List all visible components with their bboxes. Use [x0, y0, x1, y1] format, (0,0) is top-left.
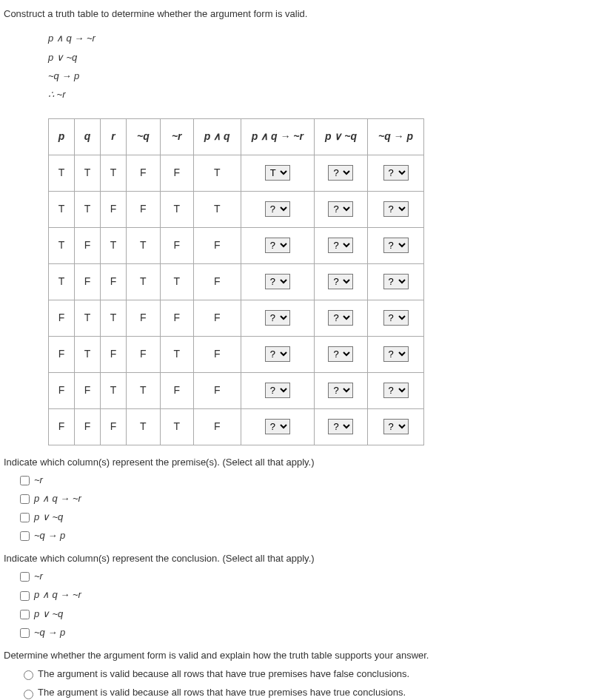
conclusion-check-p-or-notq[interactable] [20, 610, 30, 619]
table-row: FTTFFF?TF?TF?TF [49, 300, 424, 336]
cell-nr: T [160, 336, 193, 372]
premise-check-p-or-notq[interactable] [20, 513, 30, 522]
cell-pandq: F [193, 372, 241, 408]
cell-p: T [49, 155, 75, 191]
cell-p: T [49, 227, 75, 263]
conclusion-options: ~r p ∧ q → ~r p ∨ ~q ~q → p [17, 570, 586, 639]
select-notq-impl-p[interactable]: ?TF [383, 310, 409, 326]
header-pandq: p ∧ q [193, 118, 241, 155]
question-text: Construct a truth table to determine whe… [4, 7, 586, 21]
cell-p: F [49, 300, 75, 336]
validity-radio-b[interactable] [24, 690, 33, 699]
header-notq: ~q [127, 118, 161, 155]
cell-nq: F [127, 300, 161, 336]
premise-options: ~r p ∧ q → ~r p ∨ ~q ~q → p [17, 474, 586, 543]
cell-p: T [49, 263, 75, 300]
select-notq-impl-p[interactable]: ?TF [383, 383, 409, 398]
cell-nr: T [160, 191, 193, 227]
cell-r: F [101, 191, 127, 227]
cell-nr: F [160, 372, 193, 408]
select-pandq-notr[interactable]: ?TF [265, 419, 290, 434]
select-p-or-notq[interactable]: ?TF [328, 165, 353, 181]
select-p-or-notq[interactable]: ?TF [328, 419, 353, 434]
cell-q: F [75, 372, 101, 408]
cell-notq-impl-p: ?TF [367, 408, 423, 445]
select-pandq-notr[interactable]: ?TF [265, 201, 290, 217]
cell-notq-impl-p: ?TF [367, 155, 423, 191]
header-p: p [49, 118, 75, 155]
select-notq-impl-p[interactable]: ?TF [383, 201, 409, 217]
select-notq-impl-p[interactable]: ?TF [383, 274, 409, 289]
select-pandq-notr[interactable]: ?TF [265, 310, 290, 326]
select-p-or-notq[interactable]: ?TF [328, 310, 353, 326]
cell-pandq: T [193, 155, 241, 191]
cell-r: T [101, 227, 127, 263]
header-q: q [75, 118, 101, 155]
cell-pandq: F [193, 336, 241, 372]
conclusion-check-pandq-notr[interactable] [20, 591, 30, 601]
option-label: p ∧ q → ~r [34, 589, 81, 600]
cell-nq: T [127, 372, 161, 408]
validity-options: The argument is valid because all rows t… [20, 667, 586, 700]
validity-prompt: Determine whether the argument form is v… [4, 649, 586, 662]
option-label: p ∧ q → ~r [34, 493, 81, 504]
cell-nr: T [160, 408, 193, 445]
select-p-or-notq[interactable]: ?TF [328, 383, 353, 398]
option-label: p ∨ ~q [34, 511, 63, 522]
conclusion-check-notr[interactable] [20, 572, 30, 582]
select-p-or-notq[interactable]: ?TF [328, 346, 353, 362]
cell-p-or-notq: ?TF [314, 408, 367, 445]
cell-pandq-notr: ?TF [241, 408, 314, 445]
select-notq-impl-p[interactable]: ?TF [383, 419, 409, 434]
cell-r: T [101, 155, 127, 191]
header-p-or-notq: p ∨ ~q [314, 118, 367, 155]
premise-check-pandq-notr[interactable] [20, 494, 30, 504]
premise-1: p ∧ q → ~r [48, 30, 586, 47]
table-row: TFTTFF?TF?TF?TF [49, 227, 424, 263]
cell-notq-impl-p: ?TF [367, 263, 423, 300]
cell-pandq-notr: ?TF [241, 191, 314, 227]
cell-notq-impl-p: ?TF [367, 227, 423, 263]
argument-form: p ∧ q → ~r p ∨ ~q ~q → p ∴ ~r [48, 30, 586, 104]
table-row: FFTTFF?TF?TF?TF [49, 372, 424, 408]
select-notq-impl-p[interactable]: ?TF [383, 238, 409, 253]
cell-r: F [101, 408, 127, 445]
cell-p-or-notq: ?TF [314, 336, 367, 372]
validity-radio-a[interactable] [24, 670, 33, 680]
cell-p-or-notq: ?TF [314, 155, 367, 191]
cell-p-or-notq: ?TF [314, 227, 367, 263]
premise-check-notq-impl-p[interactable] [20, 531, 30, 541]
premise-2: p ∨ ~q [48, 49, 586, 66]
select-notq-impl-p[interactable]: ?TF [383, 165, 409, 181]
cell-notq-impl-p: ?TF [367, 191, 423, 227]
cell-nq: T [127, 227, 161, 263]
premise-check-notr[interactable] [20, 476, 30, 485]
option-label: The argument is valid because all rows t… [38, 687, 406, 698]
select-pandq-notr[interactable]: ?TF [265, 165, 290, 181]
table-row: TTFFTT?TF?TF?TF [49, 191, 424, 227]
cell-notq-impl-p: ?TF [367, 336, 423, 372]
select-p-or-notq[interactable]: ?TF [328, 274, 353, 289]
cell-q: F [75, 408, 101, 445]
select-notq-impl-p[interactable]: ?TF [383, 346, 409, 362]
option-label: p ∨ ~q [34, 608, 63, 619]
option-label: The argument is valid because all rows t… [38, 668, 409, 679]
select-pandq-notr[interactable]: ?TF [265, 238, 290, 253]
header-notq-impl-p: ~q → p [367, 118, 423, 155]
conclusion-check-notq-impl-p[interactable] [20, 628, 30, 638]
cell-pandq-notr: ?TF [241, 336, 314, 372]
cell-pandq-notr: ?TF [241, 155, 314, 191]
select-pandq-notr[interactable]: ?TF [265, 274, 290, 289]
select-pandq-notr[interactable]: ?TF [265, 383, 290, 398]
cell-notq-impl-p: ?TF [367, 372, 423, 408]
cell-nr: T [160, 263, 193, 300]
cell-q: T [75, 300, 101, 336]
table-row: TFFTTF?TF?TF?TF [49, 263, 424, 300]
option-label: ~r [34, 474, 43, 485]
select-p-or-notq[interactable]: ?TF [328, 201, 353, 217]
select-pandq-notr[interactable]: ?TF [265, 346, 290, 362]
header-pandq-notr: p ∧ q → ~r [241, 118, 314, 155]
select-p-or-notq[interactable]: ?TF [328, 238, 353, 253]
cell-q: T [75, 191, 101, 227]
cell-r: T [101, 372, 127, 408]
